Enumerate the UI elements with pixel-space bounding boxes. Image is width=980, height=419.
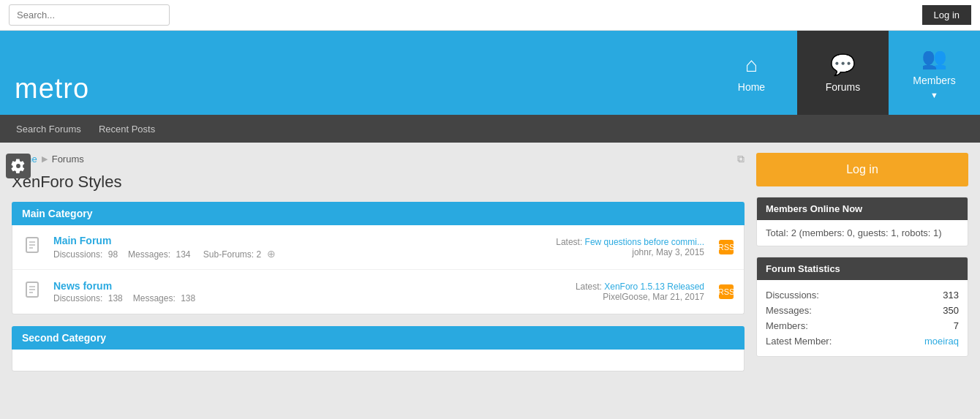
latest-date-news: Mar 21, 2017 <box>652 292 704 302</box>
forum-latest-news: Latest: XenForo 1.5.13 Released PixelGoo… <box>573 282 704 302</box>
members-online-total: Total: 2 (members: 0, guests: 1, robots:… <box>766 227 942 238</box>
forum-icon-main <box>23 234 45 260</box>
breadcrumb-action-icon[interactable]: ⧉ <box>737 153 745 165</box>
stats-row-latest-member: Latest Member: moeiraq <box>766 333 959 349</box>
stats-messages-value: 350 <box>943 305 959 316</box>
recent-posts-link[interactable]: Recent Posts <box>90 115 164 143</box>
stats-latest-member-value[interactable]: moeiraq <box>924 336 959 347</box>
table-row: Main Forum Discussions: 98 Messages: 134… <box>12 225 744 270</box>
latest-title-main[interactable]: Few questions before commi... <box>585 237 704 247</box>
stats-discussions-value: 313 <box>943 290 959 301</box>
forums-icon: 💬 <box>830 53 856 77</box>
search-input[interactable] <box>9 4 170 26</box>
nav-tab-members-label: Members <box>913 75 955 86</box>
brand-area: metro <box>0 31 706 115</box>
latest-title-news[interactable]: XenForo 1.5.13 Released <box>604 282 704 292</box>
messages-label-news: Messages: <box>133 293 176 303</box>
category-second: Second Category <box>12 326 745 371</box>
forum-name-main[interactable]: Main Forum <box>53 235 111 246</box>
site-title: metro <box>15 73 89 105</box>
forum-info-news: News forum Discussions: 138 Messages: 13… <box>53 280 564 303</box>
messages-value-news: 138 <box>181 293 195 303</box>
messages-value: 134 <box>176 249 190 260</box>
forum-statistics-box: Forum Statistics Discussions: 313 Messag… <box>756 257 968 357</box>
rss-icon-news[interactable]: RSS <box>719 284 734 299</box>
nav-tabs: ⌂ Home 💬 Forums 👥 Members ▼ <box>706 31 980 115</box>
home-icon: ⌂ <box>745 53 758 77</box>
content-wrap: Home ▶ Forums ⧉ XenForo Styles Main Cate… <box>0 143 980 393</box>
top-bar: Log in <box>0 0 980 31</box>
forum-info-main: Main Forum Discussions: 98 Messages: 134… <box>53 235 547 260</box>
stats-latest-member-label: Latest Member: <box>766 336 832 347</box>
discussions-value: 98 <box>108 249 118 260</box>
login-button-top[interactable]: Log in <box>922 5 971 25</box>
forum-statistics-body: Discussions: 313 Messages: 350 Members: … <box>757 280 968 356</box>
forum-meta-news: Discussions: 138 Messages: 138 <box>53 293 564 303</box>
breadcrumb-sep: ▶ <box>42 154 48 164</box>
members-online-body: Total: 2 (members: 0, guests: 1, robots:… <box>757 220 968 246</box>
discussions-label: Discussions: <box>53 249 102 260</box>
nav-tab-members[interactable]: 👥 Members ▼ <box>889 31 980 115</box>
main-content: Home ▶ Forums ⧉ XenForo Styles Main Cate… <box>12 153 745 383</box>
nav-tab-forums-label: Forums <box>826 81 860 93</box>
forum-icon-news <box>23 279 45 305</box>
stats-members-value: 7 <box>954 320 959 331</box>
members-icon: 👥 <box>921 46 947 70</box>
stats-members-label: Members: <box>766 320 808 331</box>
latest-by-main: johnr <box>632 247 651 257</box>
page-title: XenForo Styles <box>12 173 745 192</box>
rss-icon-main[interactable]: RSS <box>719 240 734 254</box>
stats-discussions-label: Discussions: <box>766 290 819 301</box>
category-body-second <box>12 350 745 371</box>
forum-latest-main: Latest: Few questions before commi... jo… <box>556 237 704 257</box>
gear-icon[interactable] <box>6 154 31 178</box>
members-dropdown-icon: ▼ <box>930 91 938 99</box>
forum-meta-main: Discussions: 98 Messages: 134 Sub-Forums… <box>53 248 547 260</box>
stats-row-discussions: Discussions: 313 <box>766 287 959 303</box>
table-row: News forum Discussions: 138 Messages: 13… <box>12 270 744 314</box>
stats-messages-label: Messages: <box>766 305 812 316</box>
members-online-box: Members Online Now Total: 2 (members: 0,… <box>756 197 968 246</box>
latest-by-news: PixelGoose <box>603 292 647 302</box>
header: metro ⌂ Home 💬 Forums 👥 Members ▼ <box>0 31 980 115</box>
category-header-second: Second Category <box>12 326 745 350</box>
messages-label: Messages: <box>128 249 170 260</box>
nav-tab-forums[interactable]: 💬 Forums <box>797 31 889 115</box>
category-body-main: Main Forum Discussions: 98 Messages: 134… <box>12 225 745 314</box>
sidebar: Log in Members Online Now Total: 2 (memb… <box>756 153 968 383</box>
members-online-header: Members Online Now <box>757 197 968 220</box>
latest-date-main: May 3, 2015 <box>656 247 704 257</box>
sub-forums-expand-icon[interactable]: ⊕ <box>267 248 276 260</box>
discussions-value-news: 138 <box>108 293 123 303</box>
forum-statistics-header: Forum Statistics <box>757 257 968 280</box>
sub-nav: Search Forums Recent Posts <box>0 115 980 143</box>
nav-tab-home[interactable]: ⌂ Home <box>706 31 797 115</box>
search-forums-link[interactable]: Search Forums <box>7 115 90 143</box>
login-button-sidebar[interactable]: Log in <box>756 153 968 186</box>
forum-name-news[interactable]: News forum <box>53 280 112 292</box>
breadcrumb: Home ▶ Forums ⧉ <box>12 153 745 165</box>
category-header-main: Main Category <box>12 202 745 225</box>
discussions-label-news: Discussions: <box>53 293 102 303</box>
nav-tab-home-label: Home <box>738 81 765 93</box>
subforums-label: Sub-Forums: 2 <box>203 249 261 260</box>
category-main: Main Category Main Forum <box>12 202 745 314</box>
stats-row-messages: Messages: 350 <box>766 303 959 318</box>
breadcrumb-current: Forums <box>52 154 84 165</box>
stats-row-members: Members: 7 <box>766 318 959 333</box>
